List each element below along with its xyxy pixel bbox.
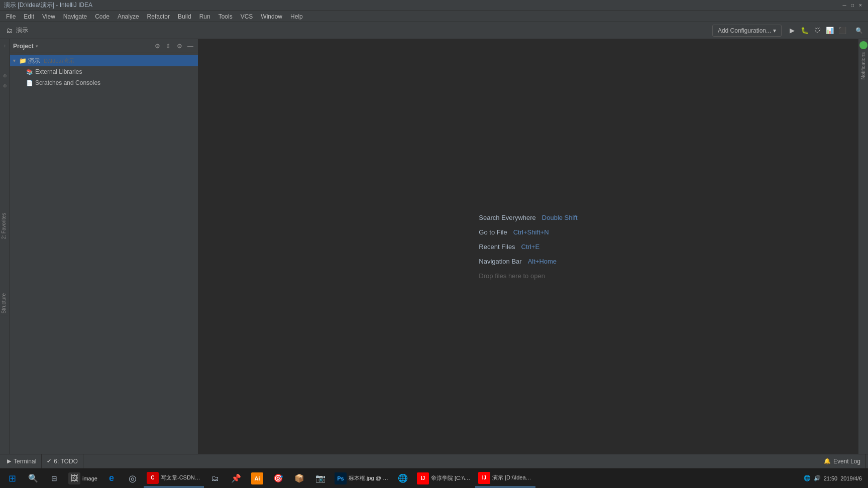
taskbar-illustrator[interactable]: Ai [247,469,267,487]
debug-button[interactable]: 🐛 [799,25,810,36]
toolbar: 🗂 演示 Add Configuration... ▾ ▶ 🐛 🛡 📊 ⬛ 🔍 [0,22,868,39]
toolbar-left: 🗂 演示 [3,25,30,37]
time-text: 21:50 [824,475,838,481]
panel-close-button[interactable]: — [186,42,195,51]
intellij-current-icon: IJ [478,472,490,484]
left-icon-3[interactable]: ⊕ [1,81,10,90]
csdn-label: 写文章-CSDN博客... [161,474,201,481]
todo-label: 6: TODO [54,458,78,465]
screenshot-icon: 📷 [314,472,327,484]
menu-analyze[interactable]: Analyze [114,12,143,21]
intellij-current-label: 演示 [D:\\Idea\\演示... [492,474,532,481]
project-name-label: 演示 [16,26,28,35]
tree-root-item[interactable]: ▼ 📁 演示 D:\Idea\演示 [10,55,198,66]
welcome-content: Search Everywhere Double Shift Go to Fil… [479,214,577,280]
left-icon-2[interactable]: ⊕ [1,71,10,80]
navigation-bar-shortcut: Alt+Home [528,258,557,265]
menu-tools[interactable]: Tools [214,12,237,21]
illustrator-icon: Ai [251,472,263,484]
navigation-bar-row: Navigation Bar Alt+Home [479,258,557,265]
window-controls: ─ □ × [841,2,864,9]
title-bar: 演示 [D:\Idea\演示] - IntelliJ IDEA ─ □ × [0,0,868,11]
photoshop-icon: Ps [335,472,347,484]
terminal-tab[interactable]: ▶ Terminal [2,454,42,468]
menu-window[interactable]: Window [257,12,286,21]
app14-icon: 🌐 [397,472,409,484]
root-folder-icon: 📁 [19,57,27,64]
taskbar-screenshot[interactable]: 📷 [310,469,331,487]
event-log-icon: 🔔 [824,458,831,464]
profile-button[interactable]: 📊 [824,25,835,36]
root-item-path: D:\Idea\演示 [44,57,74,65]
panel-settings-button[interactable]: ⚙ [153,42,162,51]
taskbar-app-14[interactable]: 🌐 [393,469,413,487]
add-config-label: Add Configuration... [718,27,771,34]
taskbar-app-7[interactable]: 🗂 [205,469,225,487]
start-icon: ⊞ [6,472,18,484]
taskbar-chrome[interactable]: ◎ [123,469,143,487]
taskbar-search-icon: 🔍 [27,472,39,484]
notification-indicator [859,41,867,49]
go-to-file-label: Go to File [479,228,507,236]
image-app-icon: 🖼 [68,472,80,484]
start-button[interactable]: ⊞ [2,469,22,487]
system-tray: 🌐 🔊 21:50 2019/4/6 [800,475,866,481]
menu-file[interactable]: File [2,12,20,21]
menu-refactor[interactable]: Refactor [143,12,174,21]
taskbar-app-8[interactable]: 📌 [226,469,246,487]
panel-dropdown-icon[interactable]: ▾ [36,44,38,49]
task-view-button[interactable]: ⊟ [44,469,64,487]
terminal-icon: ▶ [7,458,11,464]
minimize-button[interactable]: ─ [841,2,848,9]
event-log-tab[interactable]: 🔔 Event Log [819,454,866,468]
taskbar-app-11[interactable]: 📦 [289,469,309,487]
search-everywhere-row: Search Everywhere Double Shift [479,214,577,221]
todo-tab[interactable]: ✔ 6: TODO [42,454,83,468]
search-everywhere-button[interactable]: 🔍 [853,25,865,37]
taskbar-edge[interactable]: e [101,469,122,487]
network-icon[interactable]: 🌐 [804,475,811,481]
photoshop-label: 标本框.jpg @ 56.4... [349,474,389,482]
project-panel-header: Project ▾ ⚙ ⇕ ⚙ — [10,39,198,53]
restore-button[interactable]: □ [849,2,856,9]
windows-taskbar: ⊞ 🔍 ⊟ 🖼 image e ◎ C 写文章-CSDN博客... 🗂 📌 Ai… [0,468,868,488]
taskbar-intellij-current[interactable]: IJ 演示 [D:\\Idea\\演示... [475,469,535,487]
csdn-icon: C [147,472,159,484]
todo-icon: ✔ [47,458,51,464]
terminal-label: Terminal [14,458,36,465]
search-everywhere-label: Search Everywhere [479,214,535,221]
menu-run[interactable]: Run [195,12,214,21]
taskbar-image-app[interactable]: 🖼 image [65,469,100,487]
coverage-button[interactable]: 🛡 [812,25,823,36]
taskbar-intellij-students[interactable]: IJ 帝淳学院 [C:\\User... [414,469,474,487]
taskbar-search[interactable]: 🔍 [23,469,43,487]
menu-build[interactable]: Build [174,12,195,21]
notifications-label[interactable]: Notifications [860,49,866,82]
stop-button[interactable]: ⬛ [837,25,848,36]
favorites-strip[interactable]: 2: Favorites [0,211,8,241]
menu-help[interactable]: Help [286,12,307,21]
panel-scroll-button[interactable]: ⇕ [164,42,173,51]
root-item-label: 演示 [28,57,40,65]
intellij-students-icon: IJ [417,472,429,484]
close-button[interactable]: × [857,2,864,9]
menu-edit[interactable]: Edit [20,12,38,21]
volume-icon[interactable]: 🔊 [814,475,821,481]
run-button[interactable]: ▶ [787,25,798,36]
tree-scratches[interactable]: 📄 Scratches and Consoles [10,77,198,88]
add-configuration-button[interactable]: Add Configuration... ▾ [712,25,782,37]
taskbar-app-10[interactable]: 🎯 [268,469,288,487]
menu-view[interactable]: View [38,12,59,21]
taskbar-csdn[interactable]: C 写文章-CSDN博客... [144,469,204,487]
tree-external-libraries[interactable]: 📚 External Libraries [10,66,198,77]
panel-gear-button[interactable]: ⚙ [175,42,184,51]
left-icon-1[interactable]: ↕ [1,41,10,50]
menu-navigate[interactable]: Navigate [59,12,91,21]
menu-bar: File Edit View Navigate Code Analyze Ref… [0,11,868,22]
search-everywhere-shortcut: Double Shift [542,214,578,221]
menu-code[interactable]: Code [91,12,114,21]
menu-vcs[interactable]: VCS [237,12,257,21]
recent-files-shortcut: Ctrl+E [521,243,539,251]
taskbar-photoshop[interactable]: Ps 标本框.jpg @ 56.4... [332,469,392,487]
structure-strip[interactable]: Structure [0,291,8,316]
